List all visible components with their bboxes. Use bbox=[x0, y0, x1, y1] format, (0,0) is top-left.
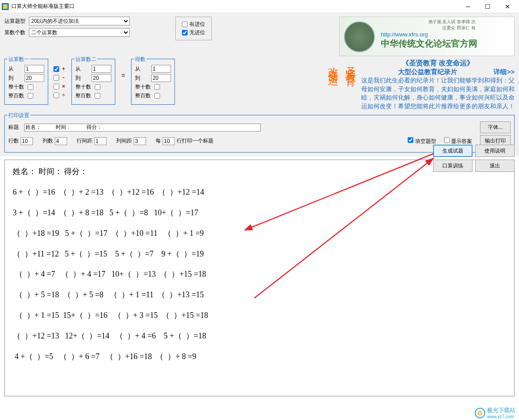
count-select[interactable]: 二个运算数 bbox=[29, 28, 130, 37]
op-plus[interactable] bbox=[53, 66, 59, 72]
rowgap-input[interactable] bbox=[94, 137, 107, 145]
banner-url[interactable]: http://www.xfrs.org bbox=[381, 31, 477, 38]
op1-from[interactable] bbox=[25, 65, 44, 73]
app-icon bbox=[2, 3, 9, 10]
window-title: 口算大师全能标准版主窗口 bbox=[11, 3, 458, 10]
svg-rect-1 bbox=[3, 4, 7, 9]
res-hundreds[interactable] bbox=[154, 93, 160, 99]
answer-checkbox[interactable]: 显示答案 bbox=[444, 137, 472, 145]
type-label: 运算题型 bbox=[4, 18, 29, 25]
colgap-input[interactable] bbox=[134, 137, 146, 145]
font-button[interactable]: 字体... bbox=[480, 121, 511, 133]
question-row: （ ）+ 4 =7 （ ）+ 4 =17 10+（ ）=13 （ ）+15 =1… bbox=[13, 268, 506, 281]
operator-group: + - × ÷ bbox=[52, 59, 68, 105]
question-row: （ ）+12 =13 12+（ ）=14 （ ）+ 4 =6 5 +（ ）=18 bbox=[13, 330, 506, 342]
exit-button[interactable]: 退出 bbox=[475, 160, 515, 172]
question-row: （ ）+ 5 =18 （ ）+ 5 =8 （ ）+ 1 =11 （ ）+13 =… bbox=[13, 288, 506, 301]
question-row: 3 +（ ）=14 （ ）+ 8 =18 5 +（ ）=8 10+（ ）=17 bbox=[13, 206, 506, 219]
question-row: （ ）+11 =12 5 +（ ）=15 5 +（ ）=7 9 +（ ）=19 bbox=[13, 248, 506, 260]
op-minus[interactable] bbox=[53, 75, 59, 81]
promo-panel: 改变命运 圣贤教育 《圣贤教育 改变命运》 大型公益教育纪录片 详细>> 这是我… bbox=[326, 59, 515, 110]
minimize-button[interactable]: ─ bbox=[458, 0, 478, 13]
op1-hundreds[interactable] bbox=[28, 93, 33, 99]
op2-tens[interactable] bbox=[95, 84, 100, 90]
question-row: 4 +（ ）=5 （ ）+ 6 =7 （ ）+16 =18 （ ）+ 8 =9 bbox=[13, 350, 506, 363]
close-button[interactable]: ✕ bbox=[498, 0, 517, 13]
op1-tens[interactable] bbox=[28, 84, 33, 90]
question-row: （ ）+18 =19 5 +（ ）=17 （ ）+10 =11 （ ）+ 1 =… bbox=[13, 227, 506, 240]
question-row: 6 +（ ）=16 （ ）+ 2 =13 （ ）+12 =16 （ ）+12 =… bbox=[13, 186, 506, 199]
carry-opt2[interactable]: 无进位 bbox=[182, 29, 205, 36]
carry-group: 有进位 无进位 bbox=[175, 17, 212, 40]
res-tens[interactable] bbox=[154, 84, 160, 90]
question-row: （ ）+ 1 =15 15+（ ）=16 （ ）+ 3 =15 （ ）+15 =… bbox=[13, 309, 506, 322]
res-from[interactable] bbox=[151, 65, 171, 73]
banner[interactable]: 弟子规 圣人训 首孝悌 次 泛爱众 而亲仁 有 http://www.xfrs.… bbox=[339, 17, 515, 56]
rows-input[interactable] bbox=[21, 137, 33, 145]
titlebar: 口算大师全能标准版主窗口 ─ ☐ ✕ bbox=[0, 0, 519, 13]
per-input[interactable] bbox=[163, 137, 175, 145]
op2-from[interactable] bbox=[92, 65, 111, 73]
watermark-logo-icon: G bbox=[475, 408, 485, 418]
banner-slogan: 中华传统文化论坛官方网 bbox=[381, 38, 477, 50]
watermark: G 极光下载站 www.xz7.com bbox=[475, 406, 515, 419]
operand1-group: 运算数一 从 到 整十数 整百数 bbox=[4, 59, 48, 105]
res-to[interactable] bbox=[151, 74, 171, 82]
op2-hundreds[interactable] bbox=[95, 93, 100, 99]
op2-to[interactable] bbox=[92, 74, 111, 82]
help-button[interactable]: 使用说明 bbox=[475, 145, 515, 157]
operand2-group: 运算数二 从 到 整十数 整百数 bbox=[71, 59, 115, 105]
action-buttons: 生成试题 使用说明 口算训练 退出 bbox=[433, 145, 515, 172]
detail-link[interactable]: 详细>> bbox=[494, 68, 515, 76]
op-divide[interactable] bbox=[53, 93, 59, 98]
type-select[interactable]: 20以内的不进位加法 bbox=[29, 17, 130, 25]
maximize-button[interactable]: ☐ bbox=[478, 0, 498, 13]
result-group: 得数 从 到 整十数 整百数 bbox=[131, 59, 175, 105]
train-button[interactable]: 口算训练 bbox=[433, 160, 473, 172]
blank-checkbox[interactable]: 填空题型 bbox=[408, 137, 436, 145]
carry-opt1[interactable]: 有进位 bbox=[182, 21, 205, 28]
op1-to[interactable] bbox=[25, 74, 44, 82]
output-area[interactable]: 姓名： 时间： 得分： 6 +（ ）=16 （ ）+ 2 =13 （ ）+12 … bbox=[4, 160, 515, 396]
count-label: 算数个数 bbox=[4, 29, 29, 36]
op-times[interactable] bbox=[53, 84, 59, 89]
confucius-avatar bbox=[344, 21, 375, 52]
cols-input[interactable] bbox=[55, 137, 67, 145]
output-header: 姓名： 时间： 得分： bbox=[13, 165, 506, 178]
generate-button[interactable]: 生成试题 bbox=[433, 145, 473, 157]
title-input[interactable] bbox=[24, 124, 261, 132]
equals-sign: = bbox=[119, 59, 128, 92]
